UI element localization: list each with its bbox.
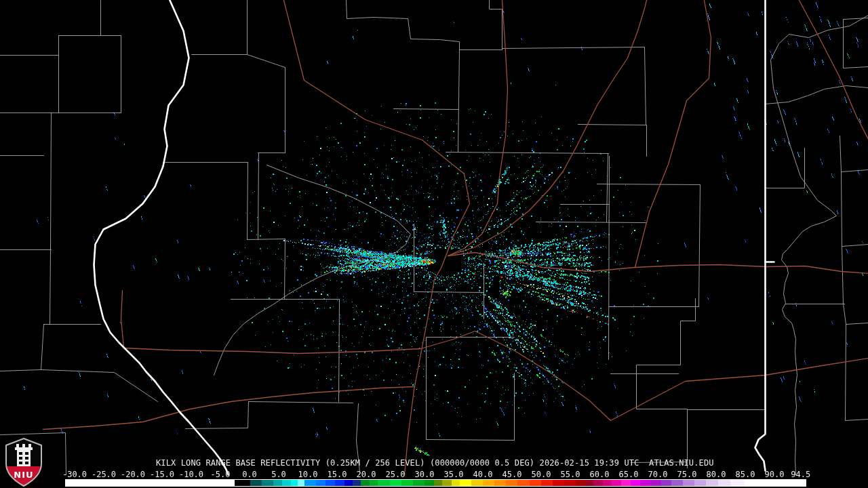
- colorbar-label: 90.0: [765, 470, 785, 479]
- colorbar-label: 35.0: [444, 470, 464, 479]
- radar-frame: KILX LONG RANGE BASE REFLECTIVITY (0.25K…: [0, 0, 868, 488]
- colorbar-label: 70.0: [648, 470, 668, 479]
- colorbar-label: 5.0: [271, 470, 286, 479]
- colorbar-label: -20.0: [121, 470, 145, 479]
- colorbar-label: -30.0: [62, 470, 87, 479]
- colorbar-label: 60.0: [590, 470, 610, 479]
- colorbar-label: 20.0: [357, 470, 376, 479]
- colorbar-label: 65.0: [619, 470, 639, 479]
- colorbar-label: 0.0: [242, 470, 257, 479]
- colorbar-label: 45.0: [502, 470, 522, 479]
- niu-logo: NIU: [5, 438, 43, 487]
- colorbar-label: 80.0: [707, 470, 726, 479]
- colorbar-label: -15.0: [150, 470, 174, 479]
- colorbar-label: 30.0: [415, 470, 435, 479]
- colorbar-label: -10.0: [179, 470, 203, 479]
- colorbar-label: -5.0: [211, 470, 231, 479]
- radar-map-canvas: [0, 0, 868, 488]
- colorbar-label: 10.0: [298, 470, 318, 479]
- colorbar-label: 15.0: [328, 470, 347, 479]
- colorbar-label: 50.0: [532, 470, 551, 479]
- niu-wordmark: NIU: [14, 470, 33, 480]
- colorbar-label: 25.0: [386, 470, 406, 479]
- castle-icon: [15, 444, 33, 466]
- colorbar-label: 94.5: [791, 470, 810, 479]
- reflectivity-colorbar: [65, 479, 806, 487]
- colorbar-label: 40.0: [473, 470, 493, 479]
- colorbar-label: 75.0: [677, 470, 697, 479]
- colorbar-labels: -30.0-25.0-20.0-15.0-10.0-5.00.05.010.01…: [0, 470, 868, 479]
- colorbar-label: 55.0: [561, 470, 580, 479]
- colorbar-label: 85.0: [736, 470, 755, 479]
- colorbar-label: -25.0: [92, 470, 116, 479]
- product-caption: KILX LONG RANGE BASE REFLECTIVITY (0.25K…: [156, 459, 714, 468]
